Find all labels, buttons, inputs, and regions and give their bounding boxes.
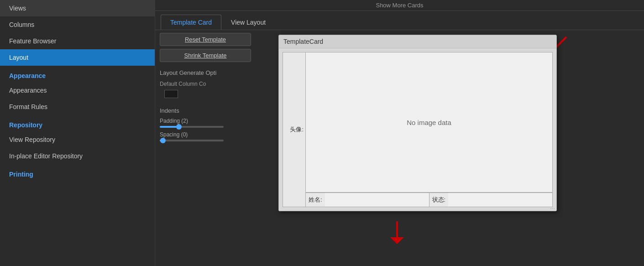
sidebar-item-inplace-editor[interactable]: In-place Editor Repository [0, 148, 155, 164]
card-image-label: 头像: [283, 52, 306, 207]
card-name-label: 姓名: [306, 193, 325, 207]
layout-generate-label: Layout Generate Opti [155, 65, 256, 78]
default-column-label: Default Column Co [155, 78, 256, 89]
sidebar-item-views[interactable]: Views [0, 0, 155, 16]
spacing-slider[interactable] [160, 140, 224, 141]
card-status-label: 状态: [429, 193, 449, 207]
indents-label: Indents [155, 104, 256, 116]
spacing-label: Spacing (0) [160, 131, 251, 138]
card-layout: 头像: No image data 姓名: [283, 52, 553, 207]
card-footer: 姓名: 状态: [306, 193, 552, 207]
arrow-bottom-annotation [388, 219, 406, 246]
reset-template-button[interactable]: Reset Template [160, 33, 251, 46]
tab-view-layout[interactable]: View Layout [221, 15, 275, 30]
template-card-popup: TemplateCard 头像: No image data [278, 35, 557, 211]
card-name-field[interactable] [325, 193, 429, 207]
sidebar-item-appearances[interactable]: Appearances [0, 82, 155, 99]
main-content: Show More Cards Template Card View Layou… [155, 0, 644, 266]
tab-template-card[interactable]: Template Card [161, 15, 221, 30]
content-area: Reset Template Shrink Template Layout Ge… [155, 30, 644, 260]
padding-slider-row: Padding (2) [155, 116, 256, 130]
preview-area: TemplateCard 头像: No image data [256, 30, 644, 260]
padding-label: Padding (2) [160, 118, 251, 124]
sidebar-item-layout[interactable]: Layout [0, 49, 155, 66]
sidebar-item-view-repository[interactable]: View Repository [0, 131, 155, 148]
tabs-row: Template Card View Layout [155, 11, 644, 30]
sidebar-item-columns[interactable]: Columns [0, 16, 155, 33]
sidebar-item-feature-browser[interactable]: Feature Browser [0, 33, 155, 49]
color-picker[interactable] [164, 90, 178, 98]
popup-title-bar: TemplateCard [279, 35, 556, 48]
sidebar-item-format-rules[interactable]: Format Rules [0, 99, 155, 115]
card-image-col: No image data 姓名: 状态: [306, 52, 552, 207]
sidebar: Views Columns Feature Browser Layout App… [0, 0, 155, 266]
svg-marker-3 [390, 237, 404, 244]
show-more-bar: Show More Cards [155, 0, 644, 11]
popup-body: 头像: No image data 姓名: [279, 48, 556, 211]
sidebar-section-printing: Printing [0, 166, 155, 181]
resize-handle[interactable]: … [550, 204, 555, 209]
shrink-template-button[interactable]: Shrink Template [160, 49, 251, 62]
spacing-slider-row: Spacing (0) [155, 130, 256, 143]
settings-panel: Reset Template Shrink Template Layout Ge… [155, 30, 256, 260]
padding-slider[interactable] [160, 126, 224, 128]
sidebar-section-appearance: Appearance [0, 68, 155, 82]
card-status-field[interactable] [448, 193, 552, 207]
sidebar-section-repository: Repository [0, 117, 155, 131]
card-image-area: No image data [306, 52, 552, 193]
